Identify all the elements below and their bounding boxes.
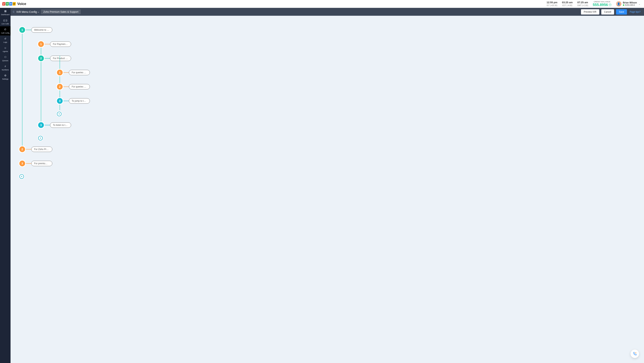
connector-line: [22, 30, 22, 153]
add-node-button[interactable]: +: [19, 174, 24, 179]
connector-line: [25, 30, 31, 30]
hash-icon: #: [4, 65, 7, 68]
add-node-button[interactable]: +: [38, 136, 43, 140]
sidebar-item-live-calls[interactable]: ((·)) Live Calls: [0, 17, 10, 26]
phone-config-icon: ✆: [4, 28, 7, 31]
ivr-node-key: 2: [38, 56, 44, 61]
phone-icon: [633, 352, 637, 356]
ivr-node-label: To listen to the …: [50, 122, 71, 128]
breadcrumb-prefix[interactable]: C: [13, 11, 14, 13]
dialer-fab[interactable]: [630, 349, 639, 358]
ivr-node-key: 1: [38, 41, 44, 47]
ivr-node-key: 3: [19, 161, 25, 166]
ivr-tree: 1 Welcome to Zoh… 1 For Payment rela…: [19, 27, 636, 179]
grid-icon: ▦: [4, 10, 7, 13]
sidebar-item-agents[interactable]: ☺ Agents: [0, 45, 10, 54]
ivr-node[interactable]: 2 For queries relat…: [57, 84, 636, 89]
chevron-down-icon: ⌄: [638, 3, 640, 5]
cancel-button[interactable]: Cancel: [601, 9, 614, 15]
sidebar-item-queues[interactable]: ⚇ Queues: [0, 54, 10, 63]
sidebar-item-dashboard[interactable]: ▦ Dashboard: [0, 8, 10, 17]
preview-ivr-button[interactable]: Preview IVR: [581, 9, 599, 15]
ivr-node-label: For premium on…: [31, 161, 52, 166]
ivr-node-label: To jump to the m…: [69, 98, 90, 104]
ivr-node[interactable]: 3 For premium on…: [19, 161, 636, 166]
add-node-button[interactable]: +: [57, 112, 62, 116]
ivr-node-root[interactable]: 1 Welcome to Zoh…: [19, 27, 636, 33]
user-name: Brian Wilson: [623, 2, 637, 4]
sidebar-item-logs[interactable]: ↺ Logs: [0, 36, 10, 45]
user-menu[interactable]: 👤 Brian Wilson AVAILABLE ⌄: [616, 1, 640, 7]
ivr-node-label: Welcome to Zoh…: [31, 27, 52, 33]
connector-line: [63, 101, 69, 101]
person-icon: ☺: [4, 47, 7, 50]
ivr-node-label: For Payment rela…: [50, 42, 71, 47]
connector-line: [25, 149, 31, 149]
top-right-cluster: 12:55 pm IST (+05:30) 03:25 am EDT (-4:0…: [547, 1, 640, 7]
ivr-node-key: 1: [57, 70, 63, 75]
people-icon: ⚇: [4, 56, 7, 59]
connector-line: [41, 43, 41, 123]
ivr-node[interactable]: 1 For Payment rela…: [38, 42, 636, 47]
connector-line: [63, 72, 69, 73]
user-status: AVAILABLE: [625, 4, 635, 6]
avatar: 👤: [616, 1, 622, 7]
history-icon: ↺: [4, 37, 7, 40]
ivr-node-label: For queries relat…: [69, 70, 90, 75]
connector-line: [44, 44, 50, 44]
credit-amount: 555.8956: [593, 3, 608, 7]
broadcast-icon: ((·)): [4, 19, 7, 22]
page-title: IVR Menu Config –: [16, 10, 39, 14]
connector-line: [44, 58, 50, 59]
ivr-node[interactable]: 3 To jump to the m…: [57, 98, 636, 104]
ivr-node-key: 1: [19, 27, 25, 33]
sidebar-item-settings[interactable]: ⚙ Settings: [0, 72, 10, 82]
ivr-node-key: 3: [57, 98, 63, 104]
ivr-node-key: 2: [57, 84, 63, 90]
ivr-node[interactable]: 2 For Product relat…: [38, 56, 636, 61]
save-button[interactable]: Save: [616, 9, 627, 15]
ivr-node-label: For Product relat…: [50, 56, 71, 61]
connector-line: [63, 87, 69, 87]
zoho-logo-icon: ZOHO: [2, 2, 16, 6]
sidebar-item-call-config[interactable]: ✆ Call Config: [0, 26, 10, 36]
brand-logo[interactable]: ZOHO Voice: [2, 2, 26, 6]
presence-dot-icon: [623, 5, 624, 6]
ivr-node[interactable]: 3 To listen to the …: [38, 122, 636, 128]
clock-gmt: 07:25 am GMT (+1:00): [577, 1, 588, 7]
ivr-name-chip[interactable]: Zoho Premium Sales & Support: [41, 10, 81, 14]
sidebar: ▦ Dashboard ((·)) Live Calls ✆ Call Conf…: [0, 8, 10, 363]
clock-edt: 03:25 am EDT (-4:00): [562, 1, 573, 7]
ivr-node-label: For queries relat…: [69, 84, 90, 89]
page-tips-link[interactable]: Page tips?: [629, 11, 641, 13]
ivr-node-key: 2: [19, 146, 25, 152]
credit-balance: CREDIT BALANCE 555.8956 +: [593, 1, 612, 7]
add-credit-icon[interactable]: +: [609, 4, 612, 6]
ivr-node[interactable]: 1 For queries relat…: [57, 70, 636, 75]
connector-line: [44, 125, 50, 125]
connector-line: [25, 163, 31, 164]
top-bar: ZOHO Voice 12:55 pm IST (+05:30) 03:25 a…: [0, 0, 644, 8]
gear-icon: ⚙: [4, 74, 7, 77]
page-bar: C IVR Menu Config – Zoho Premium Sales &…: [10, 8, 644, 16]
ivr-node-label: For Zoho Premiu…: [31, 147, 52, 152]
ivr-node-key: 3: [38, 122, 44, 128]
sidebar-item-numbers[interactable]: # Numbers: [0, 63, 10, 72]
clock-ist: 12:55 pm IST (+05:30): [547, 1, 557, 7]
brand-name: Voice: [17, 2, 26, 6]
ivr-canvas[interactable]: 1 Welcome to Zoh… 1 For Payment rela…: [10, 16, 644, 363]
ivr-node[interactable]: 2 For Zoho Premiu…: [19, 147, 636, 152]
